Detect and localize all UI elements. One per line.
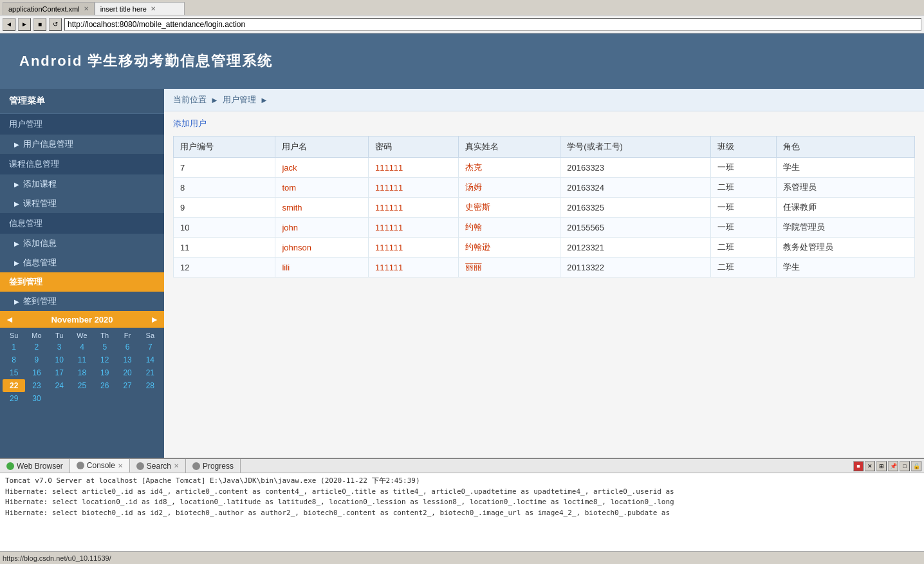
breadcrumb: 当前位置 ► 用户管理 ► bbox=[164, 89, 924, 111]
add-user-link[interactable]: 添加用户 bbox=[173, 118, 207, 129]
calendar-day[interactable]: 30 bbox=[25, 392, 48, 405]
cell-id: 12 bbox=[174, 258, 275, 277]
sidebar-item-label: 添加信息 bbox=[23, 238, 57, 249]
clear-console-button[interactable]: ✕ bbox=[865, 461, 875, 471]
calendar-day[interactable]: 12 bbox=[93, 353, 116, 366]
maximize-button[interactable]: □ bbox=[900, 461, 910, 471]
browser-window: applicationContext.xml ✕ insert title he… bbox=[0, 0, 924, 564]
calendar-day[interactable]: 29 bbox=[3, 392, 25, 405]
arrow-icon: ▶ bbox=[14, 298, 19, 305]
tab-search[interactable]: Search ✕ bbox=[130, 459, 186, 473]
progress-icon bbox=[192, 462, 200, 470]
calendar-day[interactable]: 2 bbox=[25, 341, 48, 353]
tab-console[interactable]: Console ✕ bbox=[70, 459, 130, 473]
calendar-day[interactable]: 18 bbox=[71, 366, 93, 379]
sidebar-item-info-mgmt[interactable]: ▶ 信息管理 bbox=[0, 253, 164, 272]
calendar-day[interactable]: 27 bbox=[116, 379, 138, 392]
sidebar-item-label: 用户信息管理 bbox=[23, 138, 73, 150]
calendar-day[interactable]: 7 bbox=[139, 341, 162, 353]
cell-password[interactable]: 111111 bbox=[368, 198, 458, 218]
tab-applicationcontext[interactable]: applicationContext.xml ✕ bbox=[3, 2, 95, 15]
calendar-day[interactable]: 3 bbox=[48, 341, 71, 353]
cell-realname[interactable]: 约翰 bbox=[458, 218, 560, 238]
calendar-day[interactable]: 1 bbox=[3, 341, 25, 353]
cell-username[interactable]: tom bbox=[275, 178, 368, 198]
cell-username[interactable]: lili bbox=[275, 258, 368, 277]
tab-label: Web Browser bbox=[17, 462, 63, 471]
cell-realname[interactable]: 史密斯 bbox=[458, 198, 560, 218]
calendar-day[interactable]: 24 bbox=[48, 379, 71, 392]
cell-password[interactable]: 111111 bbox=[368, 258, 458, 277]
tab-insert-title[interactable]: insert title here ✕ bbox=[95, 2, 185, 15]
cell-realname[interactable]: 约翰逊 bbox=[458, 238, 560, 258]
calendar-day[interactable]: 26 bbox=[93, 379, 116, 392]
tab-progress[interactable]: Progress bbox=[186, 459, 241, 473]
refresh-button[interactable]: ↺ bbox=[49, 18, 62, 31]
calendar-day[interactable]: 17 bbox=[48, 366, 71, 379]
cell-password[interactable]: 111111 bbox=[368, 218, 458, 238]
cell-password[interactable]: 111111 bbox=[368, 158, 458, 178]
scroll-lock-button[interactable]: ⊞ bbox=[876, 461, 887, 471]
calendar-day[interactable]: 23 bbox=[25, 379, 48, 392]
close-icon[interactable]: ✕ bbox=[151, 5, 156, 12]
close-icon[interactable]: ✕ bbox=[84, 5, 89, 12]
calendar-day[interactable]: 9 bbox=[25, 353, 48, 366]
sidebar-section-checkin: 签到管理 ▶ 签到管理 bbox=[0, 272, 164, 311]
cell-password[interactable]: 111111 bbox=[368, 238, 458, 258]
cell-username[interactable]: jack bbox=[275, 158, 368, 178]
cell-studentid: 20163323 bbox=[560, 158, 711, 178]
calendar-today[interactable]: 22 bbox=[3, 379, 25, 392]
cell-username[interactable]: smith bbox=[275, 198, 368, 218]
sidebar-item-course-mgmt[interactable]: ▶ 课程管理 bbox=[0, 194, 164, 213]
calendar-day[interactable]: 15 bbox=[3, 366, 25, 379]
sidebar-item-user-info[interactable]: ▶ 用户信息管理 bbox=[0, 135, 164, 154]
lock-button[interactable]: 🔒 bbox=[911, 461, 921, 471]
cell-username[interactable]: johnson bbox=[275, 238, 368, 258]
calendar-day[interactable]: 8 bbox=[3, 353, 25, 366]
address-bar[interactable]: http://localhost:8080/mobile_attendance/… bbox=[64, 18, 921, 31]
sidebar-section-checkin-title[interactable]: 签到管理 bbox=[0, 272, 164, 292]
calendar-day[interactable]: 19 bbox=[93, 366, 116, 379]
calendar-day[interactable]: 16 bbox=[25, 366, 48, 379]
calendar-day[interactable]: 5 bbox=[93, 341, 116, 353]
calendar-grid: Su Mo Tu We Th Fr Sa 1 2 3 bbox=[0, 328, 164, 408]
sidebar-section-info-title[interactable]: 信息管理 bbox=[0, 213, 164, 234]
cell-password[interactable]: 111111 bbox=[368, 178, 458, 198]
arrow-icon: ▶ bbox=[14, 259, 19, 267]
tab-label: Console bbox=[87, 461, 115, 470]
tab-web-browser[interactable]: Web Browser bbox=[0, 459, 70, 473]
tab-label: insert title here bbox=[100, 5, 147, 13]
forward-button[interactable]: ► bbox=[18, 18, 31, 31]
cell-username[interactable]: john bbox=[275, 218, 368, 238]
stop-button[interactable]: ■ bbox=[33, 18, 46, 31]
calendar-day[interactable]: 28 bbox=[139, 379, 162, 392]
calendar-day[interactable]: 20 bbox=[116, 366, 138, 379]
cell-realname[interactable]: 丽丽 bbox=[458, 258, 560, 277]
sidebar-item-checkin-mgmt[interactable]: ▶ 签到管理 bbox=[0, 292, 164, 311]
back-button[interactable]: ◄ bbox=[3, 18, 15, 31]
calendar-prev-button[interactable]: ◄ bbox=[5, 314, 14, 324]
calendar-day[interactable]: 11 bbox=[71, 353, 93, 366]
pin-button[interactable]: 📌 bbox=[888, 461, 898, 471]
sidebar-item-add-info[interactable]: ▶ 添加信息 bbox=[0, 234, 164, 253]
calendar-next-button[interactable]: ► bbox=[150, 314, 159, 324]
col-header-class: 班级 bbox=[710, 136, 776, 158]
calendar-day[interactable]: 25 bbox=[71, 379, 93, 392]
tab-label: Search bbox=[147, 462, 171, 471]
calendar-day[interactable]: 21 bbox=[139, 366, 162, 379]
sidebar-section-user-title[interactable]: 用户管理 bbox=[0, 114, 164, 135]
sidebar-section-course: 课程信息管理 ▶ 添加课程 ▶ 课程管理 bbox=[0, 154, 164, 213]
cell-realname[interactable]: 杰克 bbox=[458, 158, 560, 178]
calendar-day[interactable]: 14 bbox=[139, 353, 162, 366]
table-row: 11johnson111111约翰逊20123321二班教务处管理员 bbox=[174, 238, 915, 258]
sidebar-section-course-title[interactable]: 课程信息管理 bbox=[0, 154, 164, 174]
arrow-icon: ▶ bbox=[14, 200, 19, 207]
calendar-day[interactable]: 13 bbox=[116, 353, 138, 366]
calendar-day[interactable]: 10 bbox=[48, 353, 71, 366]
stop-console-button[interactable]: ■ bbox=[853, 461, 864, 471]
cell-class: 一班 bbox=[710, 158, 776, 178]
calendar-day[interactable]: 4 bbox=[71, 341, 93, 353]
cell-realname[interactable]: 汤姆 bbox=[458, 178, 560, 198]
calendar-day[interactable]: 6 bbox=[116, 341, 138, 353]
sidebar-item-add-course[interactable]: ▶ 添加课程 bbox=[0, 174, 164, 194]
